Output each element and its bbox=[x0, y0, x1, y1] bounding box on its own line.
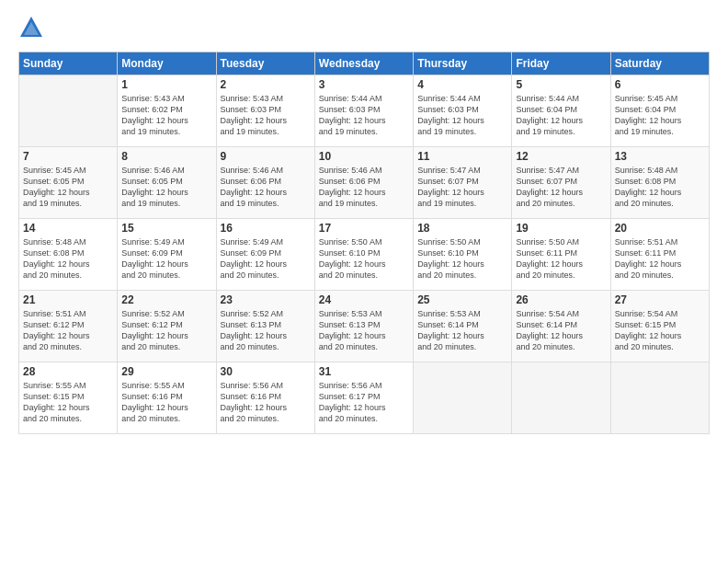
calendar-day-cell: 14Sunrise: 5:48 AM Sunset: 6:08 PM Dayli… bbox=[19, 219, 118, 291]
day-info: Sunrise: 5:45 AM Sunset: 6:04 PM Dayligh… bbox=[615, 93, 705, 138]
day-info: Sunrise: 5:50 AM Sunset: 6:10 PM Dayligh… bbox=[417, 236, 507, 282]
day-info: Sunrise: 5:55 AM Sunset: 6:15 PM Dayligh… bbox=[23, 380, 113, 425]
day-number: 18 bbox=[417, 222, 507, 235]
day-number: 19 bbox=[516, 222, 606, 235]
calendar-week-row: 7Sunrise: 5:45 AM Sunset: 6:05 PM Daylig… bbox=[19, 147, 710, 219]
calendar-week-row: 1Sunrise: 5:43 AM Sunset: 6:02 PM Daylig… bbox=[19, 75, 710, 147]
day-info: Sunrise: 5:47 AM Sunset: 6:07 PM Dayligh… bbox=[417, 165, 507, 210]
day-number: 21 bbox=[23, 293, 113, 306]
day-number: 13 bbox=[615, 150, 705, 163]
calendar-day-cell: 9Sunrise: 5:46 AM Sunset: 6:06 PM Daylig… bbox=[216, 147, 314, 219]
calendar-day-cell: 7Sunrise: 5:45 AM Sunset: 6:05 PM Daylig… bbox=[19, 147, 118, 219]
day-info: Sunrise: 5:55 AM Sunset: 6:16 PM Dayligh… bbox=[121, 380, 211, 425]
day-info: Sunrise: 5:53 AM Sunset: 6:13 PM Dayligh… bbox=[319, 308, 409, 353]
calendar-day-cell: 20Sunrise: 5:51 AM Sunset: 6:11 PM Dayli… bbox=[610, 219, 709, 291]
day-number: 23 bbox=[221, 293, 311, 306]
day-info: Sunrise: 5:46 AM Sunset: 6:06 PM Dayligh… bbox=[221, 165, 311, 210]
calendar-week-row: 14Sunrise: 5:48 AM Sunset: 6:08 PM Dayli… bbox=[19, 219, 710, 291]
calendar-week-row: 28Sunrise: 5:55 AM Sunset: 6:15 PM Dayli… bbox=[19, 362, 710, 434]
day-info: Sunrise: 5:50 AM Sunset: 6:10 PM Dayligh… bbox=[319, 236, 409, 282]
day-number: 12 bbox=[516, 150, 606, 163]
weekday-header-tuesday: Tuesday bbox=[216, 52, 314, 75]
day-number: 16 bbox=[221, 222, 311, 235]
calendar-day-cell: 15Sunrise: 5:49 AM Sunset: 6:09 PM Dayli… bbox=[118, 219, 216, 291]
calendar-day-cell bbox=[414, 362, 512, 434]
weekday-header-monday: Monday bbox=[118, 52, 216, 75]
day-info: Sunrise: 5:48 AM Sunset: 6:08 PM Dayligh… bbox=[615, 165, 705, 210]
day-number: 7 bbox=[23, 150, 113, 163]
day-number: 22 bbox=[121, 293, 211, 306]
calendar-day-cell: 13Sunrise: 5:48 AM Sunset: 6:08 PM Dayli… bbox=[610, 147, 709, 219]
day-info: Sunrise: 5:50 AM Sunset: 6:11 PM Dayligh… bbox=[516, 236, 606, 282]
day-number: 26 bbox=[516, 293, 606, 306]
day-info: Sunrise: 5:48 AM Sunset: 6:08 PM Dayligh… bbox=[23, 236, 113, 282]
day-info: Sunrise: 5:44 AM Sunset: 6:03 PM Dayligh… bbox=[319, 93, 409, 138]
calendar-day-cell: 17Sunrise: 5:50 AM Sunset: 6:10 PM Dayli… bbox=[314, 219, 413, 291]
day-info: Sunrise: 5:46 AM Sunset: 6:06 PM Dayligh… bbox=[319, 165, 409, 210]
logo-icon bbox=[18, 15, 44, 40]
calendar-day-cell: 28Sunrise: 5:55 AM Sunset: 6:15 PM Dayli… bbox=[19, 362, 118, 434]
day-number: 31 bbox=[319, 365, 409, 378]
calendar-day-cell: 1Sunrise: 5:43 AM Sunset: 6:02 PM Daylig… bbox=[118, 75, 216, 147]
day-info: Sunrise: 5:53 AM Sunset: 6:14 PM Dayligh… bbox=[417, 308, 507, 353]
day-number: 8 bbox=[121, 150, 211, 163]
day-info: Sunrise: 5:49 AM Sunset: 6:09 PM Dayligh… bbox=[221, 236, 311, 282]
calendar-day-cell: 6Sunrise: 5:45 AM Sunset: 6:04 PM Daylig… bbox=[610, 75, 709, 147]
day-number: 15 bbox=[121, 222, 211, 235]
day-number: 29 bbox=[121, 365, 211, 378]
weekday-header-row: SundayMondayTuesdayWednesdayThursdayFrid… bbox=[19, 52, 710, 75]
day-number: 27 bbox=[615, 293, 705, 306]
day-number: 6 bbox=[615, 78, 705, 91]
calendar-day-cell: 3Sunrise: 5:44 AM Sunset: 6:03 PM Daylig… bbox=[314, 75, 413, 147]
day-info: Sunrise: 5:56 AM Sunset: 6:16 PM Dayligh… bbox=[221, 380, 311, 425]
calendar-day-cell: 23Sunrise: 5:52 AM Sunset: 6:13 PM Dayli… bbox=[216, 291, 314, 362]
day-number: 9 bbox=[221, 150, 311, 163]
weekday-header-thursday: Thursday bbox=[414, 52, 512, 75]
calendar-day-cell: 4Sunrise: 5:44 AM Sunset: 6:03 PM Daylig… bbox=[414, 75, 512, 147]
weekday-header-sunday: Sunday bbox=[19, 52, 118, 75]
calendar-day-cell: 27Sunrise: 5:54 AM Sunset: 6:15 PM Dayli… bbox=[610, 291, 709, 362]
calendar-day-cell: 10Sunrise: 5:46 AM Sunset: 6:06 PM Dayli… bbox=[314, 147, 413, 219]
calendar-day-cell: 12Sunrise: 5:47 AM Sunset: 6:07 PM Dayli… bbox=[512, 147, 610, 219]
calendar-day-cell: 5Sunrise: 5:44 AM Sunset: 6:04 PM Daylig… bbox=[512, 75, 610, 147]
day-info: Sunrise: 5:51 AM Sunset: 6:12 PM Dayligh… bbox=[23, 308, 113, 353]
day-number: 5 bbox=[516, 78, 606, 91]
day-number: 14 bbox=[23, 222, 113, 235]
calendar-day-cell: 30Sunrise: 5:56 AM Sunset: 6:16 PM Dayli… bbox=[216, 362, 314, 434]
calendar-week-row: 21Sunrise: 5:51 AM Sunset: 6:12 PM Dayli… bbox=[19, 291, 710, 362]
day-info: Sunrise: 5:54 AM Sunset: 6:15 PM Dayligh… bbox=[615, 308, 705, 353]
calendar-day-cell bbox=[19, 75, 118, 147]
day-number: 25 bbox=[417, 293, 507, 306]
day-info: Sunrise: 5:45 AM Sunset: 6:05 PM Dayligh… bbox=[23, 165, 113, 210]
calendar-day-cell: 26Sunrise: 5:54 AM Sunset: 6:14 PM Dayli… bbox=[512, 291, 610, 362]
day-info: Sunrise: 5:44 AM Sunset: 6:03 PM Dayligh… bbox=[417, 93, 507, 138]
calendar-day-cell: 11Sunrise: 5:47 AM Sunset: 6:07 PM Dayli… bbox=[414, 147, 512, 219]
calendar-day-cell: 24Sunrise: 5:53 AM Sunset: 6:13 PM Dayli… bbox=[314, 291, 413, 362]
weekday-header-wednesday: Wednesday bbox=[314, 52, 413, 75]
day-info: Sunrise: 5:46 AM Sunset: 6:05 PM Dayligh… bbox=[121, 165, 211, 210]
calendar-day-cell: 31Sunrise: 5:56 AM Sunset: 6:17 PM Dayli… bbox=[314, 362, 413, 434]
day-info: Sunrise: 5:49 AM Sunset: 6:09 PM Dayligh… bbox=[121, 236, 211, 282]
calendar-day-cell: 19Sunrise: 5:50 AM Sunset: 6:11 PM Dayli… bbox=[512, 219, 610, 291]
day-info: Sunrise: 5:54 AM Sunset: 6:14 PM Dayligh… bbox=[516, 308, 606, 353]
calendar-day-cell: 2Sunrise: 5:43 AM Sunset: 6:03 PM Daylig… bbox=[216, 75, 314, 147]
day-number: 28 bbox=[23, 365, 113, 378]
day-number: 10 bbox=[319, 150, 409, 163]
weekday-header-saturday: Saturday bbox=[610, 52, 709, 75]
calendar-day-cell bbox=[512, 362, 610, 434]
day-info: Sunrise: 5:44 AM Sunset: 6:04 PM Dayligh… bbox=[516, 93, 606, 138]
day-number: 4 bbox=[417, 78, 507, 91]
day-info: Sunrise: 5:43 AM Sunset: 6:02 PM Dayligh… bbox=[121, 93, 211, 138]
calendar: SundayMondayTuesdayWednesdayThursdayFrid… bbox=[18, 52, 710, 434]
day-info: Sunrise: 5:43 AM Sunset: 6:03 PM Dayligh… bbox=[221, 93, 311, 138]
header bbox=[18, 15, 710, 40]
page: SundayMondayTuesdayWednesdayThursdayFrid… bbox=[0, 0, 728, 563]
calendar-day-cell: 8Sunrise: 5:46 AM Sunset: 6:05 PM Daylig… bbox=[118, 147, 216, 219]
day-info: Sunrise: 5:47 AM Sunset: 6:07 PM Dayligh… bbox=[516, 165, 606, 210]
day-info: Sunrise: 5:52 AM Sunset: 6:13 PM Dayligh… bbox=[221, 308, 311, 353]
day-info: Sunrise: 5:56 AM Sunset: 6:17 PM Dayligh… bbox=[319, 380, 409, 425]
logo bbox=[18, 15, 48, 40]
calendar-day-cell: 25Sunrise: 5:53 AM Sunset: 6:14 PM Dayli… bbox=[414, 291, 512, 362]
calendar-day-cell: 22Sunrise: 5:52 AM Sunset: 6:12 PM Dayli… bbox=[118, 291, 216, 362]
calendar-day-cell: 16Sunrise: 5:49 AM Sunset: 6:09 PM Dayli… bbox=[216, 219, 314, 291]
